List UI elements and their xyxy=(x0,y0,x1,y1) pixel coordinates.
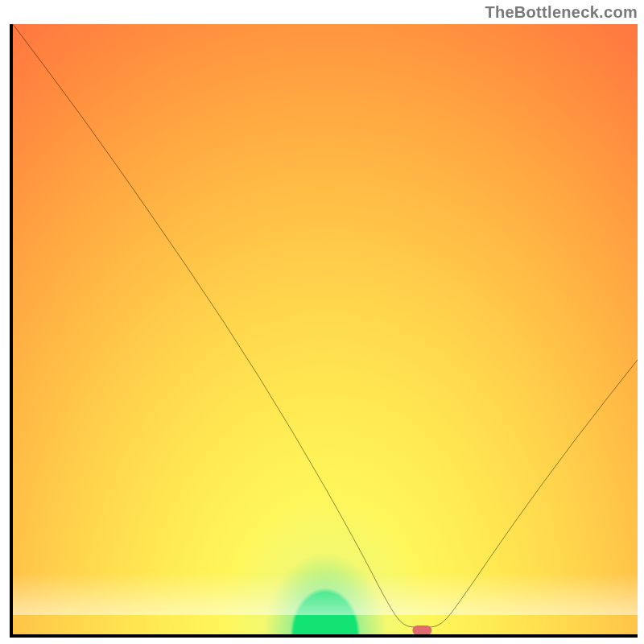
chart-stage: TheBottleneck.com xyxy=(0,0,644,644)
minimum-marker-pill xyxy=(413,625,431,635)
bottleneck-curve xyxy=(13,24,638,634)
watermark-text: TheBottleneck.com xyxy=(485,3,638,22)
plot-area xyxy=(10,24,638,638)
